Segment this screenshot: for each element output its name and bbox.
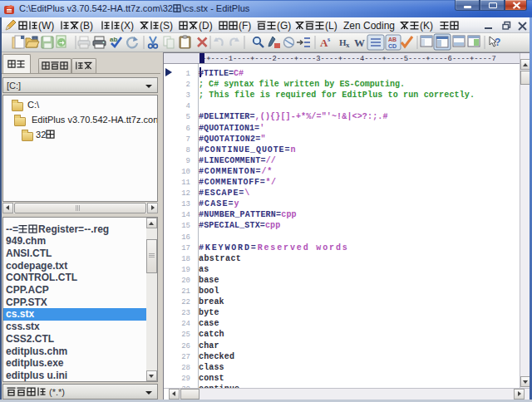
svg-text:x: x [346,41,350,49]
svg-text:AB: AB [388,37,397,42]
svg-text:ab: ab [110,36,117,43]
svg-text:s: s [328,36,330,43]
svg-text:CD: CD [388,43,397,49]
svg-text:W: W [354,37,365,49]
svg-text:?: ? [495,37,500,48]
